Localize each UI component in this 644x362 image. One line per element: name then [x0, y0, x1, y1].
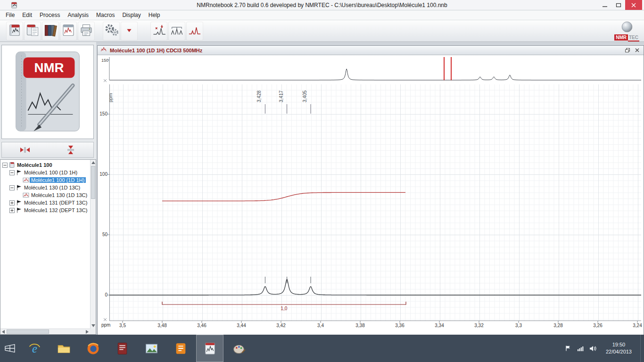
clock-date: 22/04/2013 — [606, 348, 632, 355]
menu-item-file[interactable]: File — [2, 11, 18, 19]
contract-horizontal-button[interactable] — [17, 144, 33, 156]
notebook-spectrum-button[interactable] — [60, 22, 77, 41]
network-signal-icon[interactable] — [577, 345, 584, 352]
image-viewer-icon — [144, 341, 159, 356]
x-axis-label: 3,36 — [395, 323, 404, 328]
collapse-icon[interactable] — [9, 170, 15, 175]
spectrum-display-icon — [188, 23, 202, 39]
window-titlebar: NMRnotebook 2.70 build 0.6 developed by … — [0, 0, 644, 10]
menu-item-help[interactable]: Help — [145, 11, 164, 19]
maximize-button[interactable] — [611, 0, 625, 10]
multiplet-analysis-icon — [170, 23, 184, 39]
notebook-spectrum-icon — [61, 23, 75, 39]
x-axis-label: 3,32 — [474, 323, 483, 328]
menu-item-analysis[interactable]: Analysis — [64, 11, 92, 19]
tree-horizontal-scrollbar[interactable] — [0, 329, 90, 334]
print-button[interactable] — [78, 22, 95, 41]
x-axis-label: 3,3 — [515, 323, 522, 328]
spectrum-display-button[interactable] — [186, 22, 203, 41]
x-axis-label: 3,28 — [553, 323, 562, 328]
tray-icons — [564, 345, 596, 352]
y-axis-unit-label: ppm — [108, 93, 114, 102]
menu-item-macros[interactable]: Macros — [92, 11, 118, 19]
notebook-icon — [8, 162, 16, 168]
expand-icon[interactable] — [9, 208, 15, 213]
show-desktop-button[interactable] — [640, 335, 644, 362]
peak-picking-icon — [152, 23, 166, 39]
toolbar-icons — [0, 20, 644, 41]
tree-row[interactable]: Molécule1 132 (DEPT 13C) — [0, 206, 90, 214]
overview-spectrum-line — [109, 69, 641, 80]
spectrum-content: 150 ppm ppm 3,53,483,463,443,423,43,383,… — [98, 55, 644, 335]
close-button[interactable] — [625, 0, 642, 10]
tree-item-label: Molécule1 130 (1D 13C) — [23, 185, 82, 190]
spectrum-window-header[interactable]: Molécule1 100 (1D 1H) CDCl3 500MHz — [98, 46, 644, 55]
taskbar-firefox-button[interactable] — [79, 335, 107, 362]
tree-item-label: Molécule1 130 (1D 13C) — [30, 192, 89, 198]
taskbar-document-viewer-button[interactable] — [108, 335, 136, 362]
taskbar: e 19:50 22/04/2013 — [0, 335, 644, 362]
taskbar-internet-explorer-button[interactable]: e — [21, 335, 48, 362]
scroll-down-button[interactable] — [91, 323, 96, 329]
taskbar-clock[interactable]: 19:50 22/04/2013 — [602, 341, 636, 355]
x-axis-label: 3,48 — [157, 323, 166, 328]
volume-icon[interactable] — [589, 345, 596, 352]
expand-icon[interactable] — [9, 200, 15, 206]
menu-item-process[interactable]: Process — [36, 11, 64, 19]
toolbar: NMRTEC — [0, 20, 644, 42]
tree-row[interactable]: Molécule1 100 — [0, 161, 90, 169]
new-notebook-button[interactable] — [6, 22, 23, 41]
process-dropdown-button[interactable] — [121, 22, 138, 41]
taskbar-paint-app-button[interactable] — [225, 335, 253, 362]
close-panel-button[interactable] — [633, 47, 641, 54]
flag-icon — [15, 169, 23, 176]
menu-item-edit[interactable]: Edit — [18, 11, 36, 19]
logo-tec: TEC — [628, 34, 639, 41]
minimize-button[interactable] — [598, 0, 611, 10]
horizontal-scrollbar-thumb[interactable] — [7, 329, 49, 334]
tree-row[interactable]: Molécule1 130 (1D 13C) — [0, 191, 90, 199]
flag-icon — [15, 184, 23, 191]
nmrtec-sphere-icon — [621, 21, 633, 33]
contract-vertical-button[interactable] — [63, 144, 79, 156]
tree-row[interactable]: Molécule1 100 (1D 1H) — [0, 169, 90, 176]
logo-nmr: NMR — [614, 34, 628, 41]
collapse-icon[interactable] — [2, 163, 8, 168]
taskbar-notes-app-button[interactable] — [167, 335, 194, 362]
menu-item-display[interactable]: Display — [118, 11, 144, 19]
tree-item-label: Molécule1 100 (1D 1H) — [30, 177, 86, 183]
x-axis-label: 3,38 — [355, 323, 364, 328]
nmrtec-logo-text: NMRTEC — [614, 33, 639, 41]
tree-vertical-scrollbar[interactable] — [90, 160, 96, 329]
start-button[interactable] — [0, 335, 20, 362]
open-notebook-button[interactable] — [24, 22, 41, 41]
taskbar-image-viewer-button[interactable] — [138, 335, 165, 362]
x-axis-label: 3,34 — [435, 323, 444, 328]
restore-panel-button[interactable] — [624, 47, 631, 54]
contract-toolbar — [1, 142, 94, 158]
flag-icon — [15, 207, 23, 214]
new-notebook-icon — [8, 23, 22, 39]
tree-item-label: Molécule1 132 (DEPT 13C) — [23, 207, 89, 213]
taskbar-file-explorer-button[interactable] — [50, 335, 77, 362]
nmr-book-illustration: NMR — [2, 45, 93, 139]
x-axis-label: 3,24 — [633, 323, 642, 328]
library-icon — [43, 23, 58, 39]
notifications-flag-icon[interactable] — [564, 345, 572, 352]
integral-value: 1,0 — [281, 306, 287, 311]
library-button[interactable] — [42, 22, 59, 41]
spectrum-plot-area[interactable] — [109, 84, 641, 321]
tree-row[interactable]: Molécule1 131 (DEPT 13C) — [0, 199, 90, 206]
peak-label: 3,405 — [302, 90, 308, 102]
scroll-up-button[interactable] — [91, 160, 96, 165]
multiplet-analysis-button[interactable] — [168, 22, 185, 41]
tree-row[interactable]: Molécule1 130 (1D 13C) — [0, 184, 90, 191]
process-gears-button[interactable] — [103, 22, 120, 41]
peak-picking-button[interactable] — [150, 22, 167, 41]
vertical-scrollbar-thumb[interactable] — [91, 166, 95, 199]
taskbar-nmrnotebook-button[interactable] — [196, 335, 223, 362]
tree-row[interactable]: Molécule1 100 (1D 1H) — [0, 176, 90, 184]
collapse-icon[interactable] — [9, 185, 15, 190]
scroll-right-button[interactable] — [84, 329, 90, 335]
scroll-left-button[interactable] — [0, 329, 6, 335]
